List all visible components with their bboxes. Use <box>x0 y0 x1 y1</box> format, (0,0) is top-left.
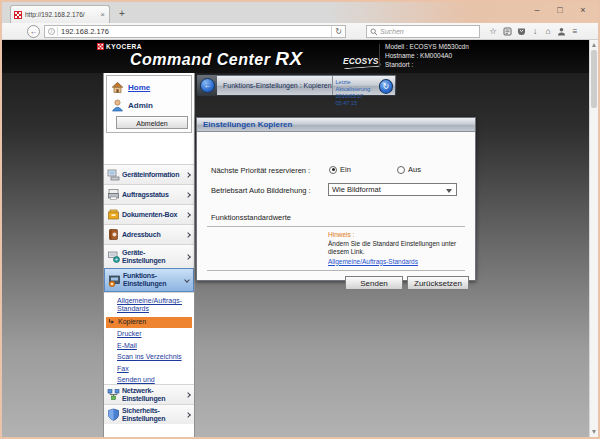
sidebar: Home Admin Abmelden Geräteinformation Au… <box>103 73 195 437</box>
sidebar-item-geraete-einstellungen[interactable]: Geräte-Einstellungen <box>104 244 194 268</box>
maximize-button[interactable]: □ <box>549 4 571 17</box>
browser-toolbar: ← i 192.168.2.176 ↻ ☆ ↓ ⌂ ≡ <box>2 23 598 40</box>
tab-close-icon[interactable]: × <box>99 10 106 19</box>
scroll-thumb[interactable] <box>591 50 597 108</box>
scroll-down-icon[interactable] <box>592 430 596 434</box>
tab-bar: http://192.168.2.176/ × + – □ × <box>2 2 598 23</box>
address-book-icon <box>107 228 120 241</box>
radio-ein[interactable]: Ein <box>329 165 351 174</box>
pocket-icon[interactable] <box>515 26 527 37</box>
rotation-label: Betriebsart Auto Bilddrehung : <box>211 186 311 195</box>
search-input[interactable] <box>380 28 479 35</box>
reset-button[interactable]: Zurücksetzen <box>407 276 469 290</box>
chevron-right-icon <box>185 254 191 260</box>
chevron-right-icon <box>185 232 191 238</box>
search-icon <box>370 28 378 36</box>
minimize-button[interactable]: – <box>526 4 548 17</box>
note-link[interactable]: Allgemeine/Auftrags-Standards <box>328 258 418 267</box>
network-settings-icon <box>107 388 120 401</box>
chevron-right-icon <box>185 412 191 418</box>
chevron-down-icon <box>184 277 190 283</box>
submenu-item-senden-und-weiterleiten[interactable]: Senden und Weiterleiten <box>117 376 192 384</box>
note-block: Hinweis : Ändern Sie die Standard Einste… <box>328 231 473 266</box>
chevron-right-icon <box>185 192 191 198</box>
function-settings-icon <box>108 274 121 287</box>
device-settings-icon <box>107 250 120 263</box>
sidebar-item-netzwerk-einstellungen[interactable]: Netzwerk-Einstellungen <box>104 384 194 404</box>
submenu-item-scan-ins-verzeichnis[interactable]: Scan ins Verzeichnis <box>117 353 192 361</box>
admin-row: Admin <box>107 96 191 114</box>
section-title: Funktionsstandardwerte <box>211 213 291 222</box>
reload-icon[interactable]: ↻ <box>331 26 345 37</box>
sidebar-item-funktions-einstellungen[interactable]: Funktions-Einstellungen <box>104 268 194 292</box>
sidebar-item-adressbuch[interactable]: Adressbuch <box>104 224 194 244</box>
user-name: Admin <box>128 101 153 110</box>
select-arrow-icon <box>446 189 452 193</box>
submenu-item-email[interactable]: E-Mail <box>117 342 192 350</box>
note-text: Ändern Sie die Standard Einstellungen un… <box>328 240 456 256</box>
scroll-up-icon[interactable] <box>592 43 596 47</box>
kyocera-favicon-icon <box>14 11 22 19</box>
radio-aus[interactable]: Aus <box>397 165 421 174</box>
sidebar-item-dokumenten-box[interactable]: Dokumenten-Box <box>104 204 194 224</box>
chevron-right-icon <box>185 172 191 178</box>
home-row[interactable]: Home <box>107 78 191 96</box>
device-model: Modell : ECOSYS M6530cdn <box>385 42 469 51</box>
masthead: KYOCERA Command Center RX ECOSYS Modell … <box>2 40 589 73</box>
page-scrollbar[interactable] <box>589 40 598 437</box>
browser-window: http://192.168.2.176/ × + – □ × ← i 192.… <box>0 0 600 439</box>
new-tab-button[interactable]: + <box>114 8 130 21</box>
url-bar[interactable]: i 192.168.2.176 ↻ <box>44 25 346 38</box>
url-text[interactable]: 192.168.2.176 <box>61 27 331 36</box>
chevron-right-icon <box>185 392 191 398</box>
page-info-icon[interactable]: i <box>48 28 55 35</box>
close-button[interactable]: × <box>572 4 594 17</box>
home-icon[interactable]: ⌂ <box>542 26 554 37</box>
bookmark-star-icon[interactable]: ☆ <box>487 26 499 37</box>
account-icon[interactable] <box>555 26 567 37</box>
device-information-icon <box>107 168 120 181</box>
logout-button[interactable]: Abmelden <box>116 116 188 129</box>
sidebar-item-geraeteinformation[interactable]: Geräteinformation <box>104 164 194 184</box>
active-arrow-icon <box>108 318 116 326</box>
back-circle-button[interactable]: ← <box>200 78 215 93</box>
settings-panel: Einstellungen Kopieren Nächste Priorität… <box>196 117 476 281</box>
submenu-item-allgemeine-auftrags-standards[interactable]: Allgemeine/Auftrags-Standards <box>117 297 192 313</box>
radio-dot-icon <box>397 166 405 174</box>
submenu-item-drucker[interactable]: Drucker <box>117 330 192 338</box>
chevron-right-icon <box>185 212 191 218</box>
downloads-icon[interactable]: ↓ <box>529 26 541 37</box>
device-info: Modell : ECOSYS M6530cdn Hostname : KM00… <box>385 42 469 69</box>
submenu-item-kopieren[interactable]: Kopieren <box>106 317 192 328</box>
ecosys-logo: ECOSYS <box>343 56 378 66</box>
sidebar-item-sicherheits-einstellungen[interactable]: Sicherheits-Einstellungen <box>104 404 194 424</box>
radio-dot-icon <box>329 166 337 174</box>
submenu-item-fax[interactable]: Fax <box>117 365 192 373</box>
function-settings-submenu: Allgemeine/Auftrags-Standards Kopieren D… <box>104 292 194 384</box>
refresh-button[interactable]: ↻ <box>379 79 393 94</box>
rotation-select[interactable]: Wie Bildformat <box>328 183 457 196</box>
security-shield-icon <box>107 408 120 421</box>
sidebar-item-auftragsstatus[interactable]: Auftragsstatus <box>104 184 194 204</box>
breadcrumb: Funktions-Einstellungen : Kopieren <box>217 76 332 95</box>
page-content: KYOCERA Command Center RX ECOSYS Modell … <box>2 40 598 437</box>
product-rx: RX <box>275 48 302 69</box>
back-button[interactable]: ← <box>27 25 40 38</box>
device-location: Standort : <box>385 60 469 69</box>
bookmarks-menu-icon[interactable] <box>501 26 513 37</box>
search-bar[interactable] <box>366 25 480 38</box>
browser-tab[interactable]: http://192.168.2.176/ × <box>10 5 110 23</box>
last-update: Letzte Aktualisierung:2016/05/17 05:47:1… <box>333 76 377 95</box>
account-box: Home Admin Abmelden <box>106 75 192 133</box>
home-link[interactable]: Home <box>128 83 150 92</box>
priority-label: Nächste Priorität reservieren : <box>211 166 310 175</box>
send-button[interactable]: Senden <box>345 276 403 290</box>
user-icon <box>111 99 124 112</box>
content-header-bar: ← Funktions-Einstellungen : Kopieren Let… <box>196 74 397 97</box>
panel-title: Einstellungen Kopieren <box>197 118 475 132</box>
kyocera-mark-icon <box>97 43 104 50</box>
note-title: Hinweis : <box>328 231 354 238</box>
home-house-icon <box>111 81 124 94</box>
menu-icon[interactable]: ≡ <box>569 26 581 37</box>
device-hostname: Hostname : KM0004A0 <box>385 51 469 60</box>
